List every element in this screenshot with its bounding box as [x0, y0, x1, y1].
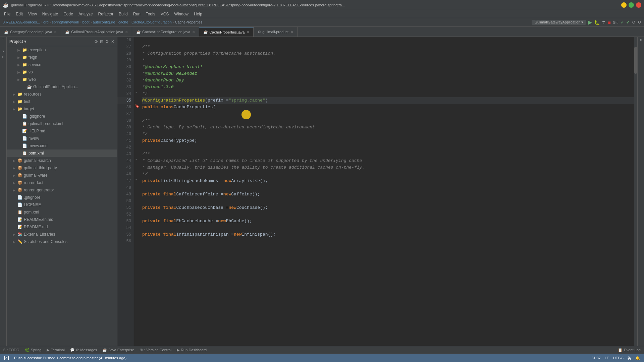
breadcrumb-part8[interactable]: CacheProperties	[175, 20, 203, 24]
menu-help[interactable]: Help	[191, 11, 205, 17]
code-text[interactable]: /** * Configuration properties for the c…	[140, 37, 634, 346]
menu-code[interactable]: Code	[61, 11, 76, 17]
git-checkmark[interactable]: ✓	[621, 20, 624, 25]
bottom-tab-messages[interactable]: 💬 0: Messages	[68, 347, 99, 353]
bottom-tab-version-control[interactable]: ⑨ : Version Control	[138, 347, 173, 353]
favorites-icon[interactable]: ★	[2, 49, 4, 53]
tree-item-readme-en[interactable]: ▶ 📝 README.en.md	[7, 216, 117, 223]
notifications-icon[interactable]: 🔔	[635, 356, 640, 360]
tree-item-mvnw-cmd[interactable]: ▶ 📄 mvnw.cmd	[7, 142, 117, 149]
tree-item-gulimall-search[interactable]: ▶ 📦 gulimall-search	[7, 157, 117, 164]
tab-category-service[interactable]: ☕ CategoryServiceImpl.java ✕	[0, 27, 61, 37]
right-icon-1[interactable]: ≡	[639, 39, 643, 41]
tab-gulimall-product-app[interactable]: ☕ GulimallProductApplication.java ✕	[61, 27, 132, 37]
menu-run[interactable]: Run	[130, 11, 143, 17]
git-redo[interactable]: ↻	[638, 20, 641, 25]
run-button[interactable]: ▶	[588, 19, 592, 25]
breadcrumb-part2[interactable]: org	[43, 20, 49, 24]
menu-navigate[interactable]: Navigate	[40, 11, 61, 17]
tree-item-exception[interactable]: ▶ 📁 exception	[7, 46, 117, 54]
tree-item-feign[interactable]: ▶ 📁 feign	[7, 54, 117, 61]
language-indicator[interactable]: 英	[628, 356, 631, 361]
tree-item-gitignore2[interactable]: ▶ 📄 .gitignore	[7, 194, 117, 201]
code-content-area[interactable]: 26 27 28 29 30 31 32 33 34 35 36 37 38 3…	[117, 37, 637, 346]
bottom-tab-spring[interactable]: 🌿 Spring	[23, 347, 44, 353]
tree-item-external-libs[interactable]: ▶ 📚 External Libraries	[7, 231, 117, 238]
tree-item-vo[interactable]: ▶ 📁 vo	[7, 68, 117, 76]
code-line-43: /**	[142, 151, 634, 158]
tree-item-gulimall-third-party[interactable]: ▶ 📦 gulimall-third-party	[7, 164, 117, 172]
tree-item-test[interactable]: ▶ 📁 test	[7, 98, 117, 105]
tree-item-iml[interactable]: ▶ 📋 gulimall-product.iml	[7, 120, 117, 127]
tab-close-3[interactable]: ✕	[192, 30, 195, 34]
bottom-tab-java-enterprise[interactable]: ☕ Java Enterprise	[100, 347, 136, 353]
tab-gulimall-product[interactable]: ⚙ gulimall-product ✕	[254, 27, 298, 37]
tab-close-4[interactable]: ✕	[247, 30, 249, 34]
debug-button[interactable]: 🐛	[594, 20, 600, 25]
structure-icon[interactable]: ⊞	[2, 55, 4, 59]
tab-close-2[interactable]: ✕	[125, 30, 128, 34]
sidebar-sync-btn[interactable]: ⟳	[95, 39, 98, 44]
bottom-tab-terminal[interactable]: ▶ Terminal	[45, 347, 67, 353]
tree-item-resources[interactable]: ▶ 📁 resources	[7, 90, 117, 98]
tree-item-renren-fast[interactable]: ▶ 📦 renren-fast	[7, 179, 117, 186]
breadcrumb-part4[interactable]: boot	[83, 20, 90, 24]
tab-close-1[interactable]: ✕	[54, 30, 57, 34]
tree-item-pom-product[interactable]: ▶ 📋 pom.xml	[7, 149, 117, 157]
event-log-label: Event Log	[624, 348, 641, 352]
tree-item-scratches[interactable]: ▶ ✏️ Scratches and Consoles	[7, 238, 117, 245]
run-config-selector[interactable]: GulimallGatewayApplication ▾	[532, 20, 586, 25]
breadcrumb-part7[interactable]: CacheAutoConfiguration	[131, 20, 172, 24]
breadcrumb-part1[interactable]: 8.RELEASE-sources...	[3, 20, 40, 24]
code-line-48	[142, 184, 634, 191]
close-button[interactable]	[636, 2, 641, 8]
bottom-tab-run-dashboard[interactable]: ▶ Run Dashboard	[175, 347, 209, 353]
tree-item-web[interactable]: ▶ 📁 web	[7, 76, 117, 83]
tree-item-service[interactable]: ▶ 📁 service	[7, 61, 117, 68]
tree-item-help[interactable]: ▶ 📝 HELP.md	[7, 127, 117, 135]
menu-build[interactable]: Build	[116, 11, 130, 17]
maximize-button[interactable]	[629, 2, 634, 8]
stop-button[interactable]: ■	[608, 20, 610, 25]
sidebar-collapse-btn[interactable]: ⊟	[100, 39, 103, 44]
tree-item-gulimall-product-app[interactable]: ▶ ☕ GulimallProductApplica...	[7, 83, 117, 90]
tree-item-target[interactable]: ▶ 📂 target	[7, 105, 117, 113]
menu-view[interactable]: View	[25, 11, 40, 17]
menu-analyze[interactable]: Analyze	[76, 11, 96, 17]
scrollbar-thumb[interactable]	[634, 47, 637, 74]
project-icon[interactable]: 1	[1, 38, 5, 40]
menu-tools[interactable]: Tools	[143, 11, 158, 17]
git-undo[interactable]: ↺	[632, 20, 636, 25]
vertical-scrollbar[interactable]	[634, 37, 637, 346]
encoding[interactable]: UTF-8	[613, 356, 624, 360]
menu-refactor[interactable]: Refactor	[96, 11, 116, 17]
tree-item-license[interactable]: ▶ 📄 LICENSE	[7, 201, 117, 208]
breadcrumb-part5[interactable]: autoconfigure	[93, 20, 115, 24]
bottom-tab-todo[interactable]: 6 : TODO	[1, 347, 21, 353]
tree-item-mvnw[interactable]: ▶ 📄 mvnw	[7, 135, 117, 142]
menu-file[interactable]: File	[1, 11, 13, 17]
menu-vcs[interactable]: VCS	[158, 11, 172, 17]
menu-edit[interactable]: Edit	[13, 11, 25, 17]
tab-cache-auto-config[interactable]: ☕ CacheAutoConfiguration.java ✕	[132, 27, 199, 37]
sidebar-settings-btn[interactable]: ⚙	[105, 39, 109, 44]
breadcrumb-part3[interactable]: springframework	[52, 20, 79, 24]
bottom-tab-event-log[interactable]: 📋 Event Log	[616, 347, 643, 353]
coverage-button[interactable]: ☂	[602, 20, 606, 25]
tree-item-readme[interactable]: ▶ 📝 README.md	[7, 223, 117, 231]
tab-close-5[interactable]: ✕	[290, 30, 293, 34]
tree-item-gulimall-ware[interactable]: ▶ 📦 gulimall-ware	[7, 172, 117, 179]
tree-item-pom-root[interactable]: ▶ 📋 pom.xml	[7, 208, 117, 216]
breadcrumb-part6[interactable]: cache	[118, 20, 128, 24]
tab-label-3: CacheAutoConfiguration.java	[142, 30, 190, 34]
line-separator[interactable]: LF	[605, 356, 609, 360]
git-check2[interactable]: ✔	[626, 20, 630, 25]
cursor-position[interactable]: 61:37	[591, 356, 601, 360]
minimize-button[interactable]	[621, 2, 627, 8]
tab-cache-properties[interactable]: ☕ CacheProperties.java ✕	[199, 27, 254, 37]
code-line-28: * Configuration properties for the cache…	[142, 50, 634, 57]
tree-item-gitignore[interactable]: ▶ 📄 .gitignore	[7, 113, 117, 120]
tree-item-renren-generator[interactable]: ▶ 📦 renren-generator	[7, 186, 117, 194]
menu-window[interactable]: Window	[171, 11, 191, 17]
sidebar-close-btn[interactable]: ✕	[111, 39, 114, 44]
